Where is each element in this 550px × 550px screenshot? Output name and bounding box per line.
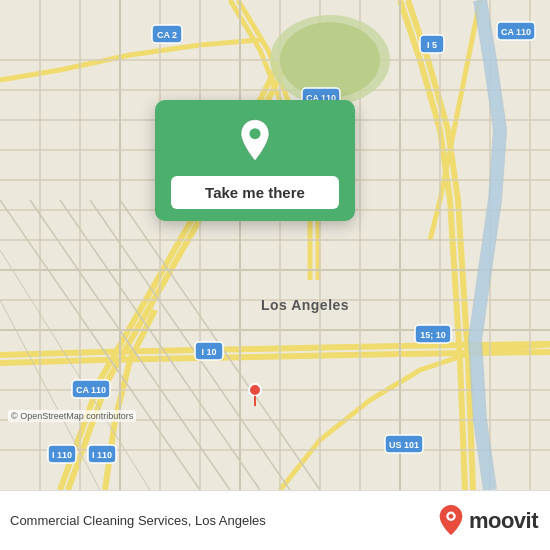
moovit-wordmark: moovit — [469, 508, 538, 534]
svg-text:I 110: I 110 — [92, 450, 112, 460]
svg-text:15; 10: 15; 10 — [420, 330, 446, 340]
svg-point-58 — [249, 384, 261, 396]
location-label: Commercial Cleaning Services, Los Angele… — [10, 513, 437, 528]
location-card: Take me there — [155, 100, 355, 221]
bottom-bar: Commercial Cleaning Services, Los Angele… — [0, 490, 550, 550]
svg-text:CA 2: CA 2 — [157, 30, 177, 40]
svg-text:I 110: I 110 — [52, 450, 72, 460]
svg-text:CA 110: CA 110 — [501, 27, 531, 37]
svg-text:I 5: I 5 — [427, 40, 437, 50]
map-container: CA 2 CA 110 I 5 CA 110 I 10 CA 110 I 110… — [0, 0, 550, 490]
moovit-pin-icon — [437, 504, 465, 538]
take-me-there-button[interactable]: Take me there — [171, 176, 339, 209]
svg-text:US 101: US 101 — [389, 440, 419, 450]
svg-point-60 — [249, 128, 260, 139]
moovit-logo: moovit — [437, 504, 538, 538]
svg-text:Los Angeles: Los Angeles — [261, 297, 349, 313]
svg-text:I 10: I 10 — [201, 347, 216, 357]
svg-text:CA 110: CA 110 — [76, 385, 106, 395]
copyright-text: © OpenStreetMap contributors — [8, 410, 136, 422]
svg-point-62 — [449, 513, 454, 518]
map-pin-icon — [234, 118, 276, 166]
svg-point-36 — [280, 22, 380, 98]
